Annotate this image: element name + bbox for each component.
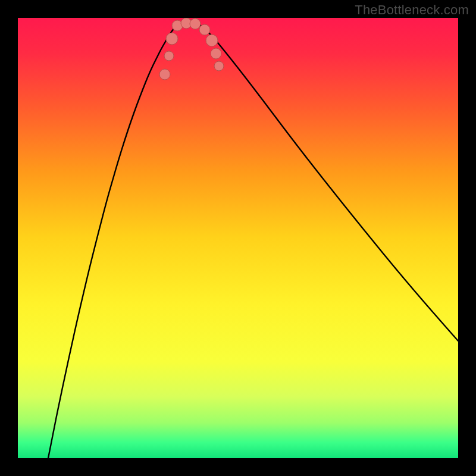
marker-point <box>206 35 218 46</box>
chart-svg <box>18 18 458 458</box>
marker-point <box>159 69 170 80</box>
watermark-text: TheBottleneck.com <box>355 2 469 18</box>
marker-point <box>199 24 210 35</box>
plot-area <box>18 18 458 458</box>
marker-point <box>214 61 224 71</box>
gradient-background <box>18 18 458 458</box>
marker-point <box>164 51 174 61</box>
outer-frame: TheBottleneck.com <box>0 0 476 476</box>
marker-point <box>166 33 178 45</box>
marker-point <box>190 18 201 29</box>
marker-point <box>211 48 221 59</box>
